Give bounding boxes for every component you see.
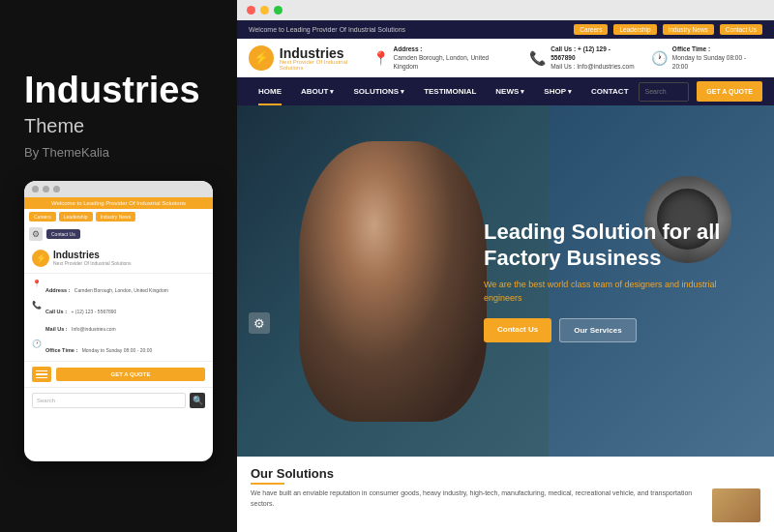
- office-text: Office Time : Monday to Sunday 08:00 - 2…: [672, 44, 762, 71]
- header-contact-items: 📍 Address : Camden Borough, London, Unit…: [372, 44, 762, 71]
- desktop-window-bar: [237, 0, 774, 20]
- nav-testimonial[interactable]: TESTIMONIAL: [414, 77, 486, 105]
- desktop-nav: HOME ABOUT▾ SOLUTIONS▾ TESTIMONIAL NEWS▾…: [237, 77, 774, 105]
- nav-news[interactable]: NEWS▾: [486, 77, 534, 105]
- nav-quote-button[interactable]: GET A QUOTE: [697, 81, 762, 102]
- mobile-menu-icon[interactable]: [32, 367, 51, 382]
- mobile-call-text: Call Us : + (12) 123 - 5567890 Mail Us :…: [45, 300, 116, 335]
- topbar-careers[interactable]: Careers: [574, 24, 608, 35]
- mobile-dot-1: [32, 186, 39, 192]
- solutions-title: Our Solutions: [251, 466, 760, 481]
- hero-content: Leading Solution for all Factory Busines…: [455, 200, 764, 362]
- mobile-logo-section: ⚡ Industries Next Provider Of Industrial…: [24, 244, 213, 274]
- topbar-leadership[interactable]: Leadership: [613, 24, 656, 35]
- left-panel: Industries Theme By ThemeKalia Welcome t…: [0, 0, 237, 532]
- mobile-dot-3: [53, 186, 60, 192]
- logo-text-block: Industries Next Provider Of Industrial S…: [280, 45, 372, 71]
- logo-icon: ⚡: [249, 45, 274, 71]
- about-arrow: ▾: [330, 88, 334, 95]
- solutions-text: We have built an enviable reputation in …: [251, 488, 704, 522]
- theme-title: Industries: [24, 71, 200, 111]
- nav-contact[interactable]: CONTACT: [581, 77, 639, 105]
- mobile-window-dots: [24, 181, 213, 197]
- mobile-logo-info: Industries Next Provider Of Industrial S…: [53, 250, 132, 266]
- window-dot-red: [247, 6, 255, 15]
- mobile-topbar: Welcome to Leading Provider Of Industria…: [24, 197, 213, 209]
- mobile-gear-icon[interactable]: ⚙: [29, 227, 43, 241]
- nav-solutions[interactable]: SOLUTIONS▾: [343, 77, 414, 105]
- clock-icon: 🕐: [651, 50, 668, 66]
- mobile-industrynews-btn[interactable]: Industry News: [96, 212, 136, 222]
- mobile-location-icon: 📍: [32, 280, 42, 288]
- mobile-phone-icon: 📞: [32, 301, 42, 310]
- mobile-info-section: 📍 Address : Camden Borough, London, Unit…: [24, 274, 213, 361]
- header-logo: ⚡ Industries Next Provider Of Industrial…: [249, 45, 372, 71]
- mobile-leadership-btn[interactable]: Leadership: [59, 212, 93, 222]
- mobile-dot-2: [43, 186, 49, 192]
- location-icon: 📍: [372, 50, 389, 66]
- mobile-contact-btn[interactable]: Contact Us: [46, 229, 80, 239]
- mobile-search-row: Search 🔍: [24, 387, 213, 413]
- nav-about[interactable]: ABOUT▾: [291, 77, 343, 105]
- solutions-row: We have built an enviable reputation in …: [251, 488, 760, 522]
- mobile-quote-button[interactable]: GET A QUOTE: [56, 368, 205, 381]
- hero-gear-icon[interactable]: ⚙: [249, 312, 270, 334]
- menu-line-1: [36, 370, 47, 372]
- menu-line-2: [36, 373, 47, 375]
- solutions-image: [712, 488, 760, 522]
- hero-buttons: Contact Us Our Services: [484, 318, 735, 342]
- nav-search-input[interactable]: [640, 84, 690, 99]
- mobile-preview: Welcome to Leading Provider Of Industria…: [24, 181, 213, 461]
- call-text: Call Us : + (12) 129 - 5567890 Mail Us :…: [551, 44, 636, 71]
- window-dot-yellow: [260, 6, 269, 15]
- hero-services-button[interactable]: Our Services: [559, 318, 636, 342]
- hero-contact-button[interactable]: Contact Us: [484, 318, 551, 342]
- nav-home[interactable]: HOME: [249, 77, 291, 105]
- menu-line-3: [36, 377, 47, 379]
- mobile-cta-row: GET A QUOTE: [24, 361, 213, 387]
- mobile-office-text: Office Time : Monday to Sunday 08:00 - 2…: [45, 339, 152, 356]
- solutions-underline: [251, 483, 284, 485]
- mobile-address-row: 📍 Address : Camden Borough, London, Unit…: [32, 279, 205, 296]
- header-address: 📍 Address : Camden Borough, London, Unit…: [372, 44, 515, 71]
- mobile-logo-icon: ⚡: [32, 250, 49, 267]
- header-call: 📞 Call Us : + (12) 129 - 5567890 Mail Us…: [529, 44, 636, 71]
- desktop-topbar: Welcome to Leading Provider Of Industria…: [237, 20, 774, 39]
- mobile-clock-icon: 🕐: [32, 340, 42, 348]
- mobile-search-button[interactable]: 🔍: [190, 393, 205, 408]
- window-dot-green: [274, 6, 283, 15]
- hero-subtitle: We are the best world class team of desi…: [484, 279, 735, 305]
- desktop-hero: ⚙ Leading Solution for all Factory Busin…: [237, 105, 774, 457]
- solutions-section: Our Solutions We have built an enviable …: [237, 457, 774, 532]
- topbar-contact[interactable]: Contact Us: [720, 24, 762, 35]
- mobile-call-row: 📞 Call Us : + (12) 123 - 5567890 Mail Us…: [32, 300, 205, 335]
- shop-arrow: ▾: [568, 88, 572, 95]
- nav-search[interactable]: 🔍: [639, 82, 690, 102]
- mobile-nav-row: Careers Leadership Industry News: [24, 209, 213, 224]
- theme-subtitle: Theme: [24, 115, 84, 137]
- header-office: 🕐 Office Time : Monday to Sunday 08:00 -…: [651, 44, 762, 71]
- hero-title: Leading Solution for all Factory Busines…: [484, 220, 735, 271]
- phone-icon: 📞: [529, 50, 546, 66]
- topbar-links: Careers Leadership Industry News Contact…: [574, 24, 762, 35]
- news-arrow: ▾: [521, 88, 524, 95]
- mobile-address-text: Address : Camden Borough, London, United…: [45, 279, 168, 296]
- topbar-industry-news[interactable]: Industry News: [663, 24, 714, 35]
- author-label: By ThemeKalia: [24, 145, 109, 160]
- address-text: Address : Camden Borough, London, United…: [394, 44, 515, 71]
- mobile-careers-btn[interactable]: Careers: [29, 212, 56, 222]
- mobile-logo-row: ⚡ Industries Next Provider Of Industrial…: [32, 250, 205, 267]
- topbar-text: Welcome to Leading Provider Of Industria…: [249, 26, 405, 33]
- nav-shop[interactable]: SHOP▾: [534, 77, 581, 105]
- mobile-office-row: 🕐 Office Time : Monday to Sunday 08:00 -…: [32, 339, 205, 356]
- mobile-search-input[interactable]: Search: [32, 393, 186, 408]
- desktop-header: ⚡ Industries Next Provider Of Industrial…: [237, 39, 774, 77]
- desktop-preview: Welcome to Leading Provider Of Industria…: [237, 0, 774, 532]
- mobile-settings-row: ⚙ Contact Us: [24, 224, 213, 244]
- solutions-arrow: ▾: [401, 88, 404, 95]
